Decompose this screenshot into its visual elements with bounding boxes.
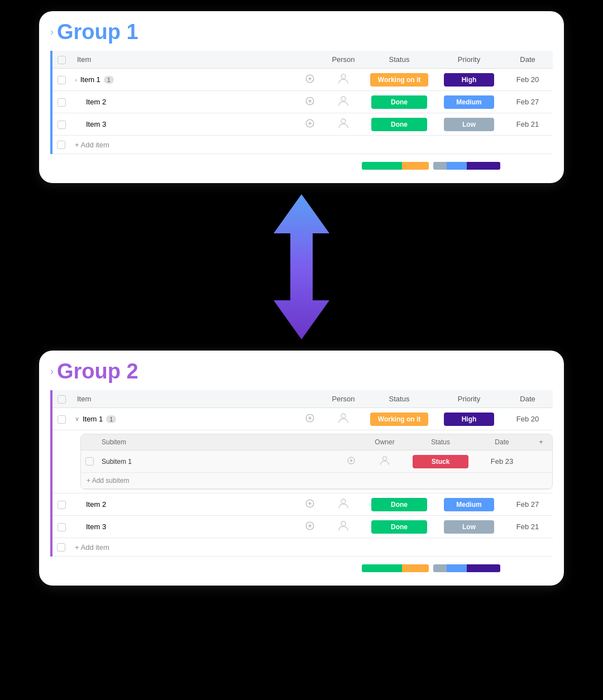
row-checkbox[interactable] <box>58 523 66 531</box>
status-cell[interactable]: Done <box>363 91 436 113</box>
row-checkbox[interactable] <box>58 76 66 84</box>
chevron-down-icon[interactable]: ∨ <box>75 415 79 423</box>
subitem-person-icon <box>379 454 391 467</box>
group2-header-checkbox <box>52 390 70 408</box>
status-badge[interactable]: Done <box>371 95 427 109</box>
subitem-comment-cell[interactable] <box>340 450 362 473</box>
item-name: Item 1 <box>83 415 103 423</box>
table-row[interactable]: Item 2 Done Medium Feb 27 <box>52 91 553 113</box>
person-cell[interactable] <box>324 493 363 516</box>
date-text: Feb 27 <box>516 500 539 509</box>
row-checkbox-cell <box>52 408 70 430</box>
group1-header-checkbox <box>52 51 70 69</box>
add-item-select-checkbox[interactable] <box>57 141 65 149</box>
person-cell[interactable] <box>324 408 363 430</box>
status-badge[interactable]: Done <box>371 520 427 534</box>
add-item-label[interactable]: + Add item <box>70 538 553 557</box>
group1-header-date: Date <box>502 51 553 69</box>
date-cell: Feb 20 <box>502 408 553 430</box>
add-comment-icon <box>305 521 315 531</box>
status-cell[interactable]: Working on it <box>363 69 436 91</box>
status-badge[interactable]: Done <box>371 498 427 511</box>
status-badge[interactable]: Working on it <box>370 413 428 426</box>
person-icon <box>337 117 350 130</box>
priority-badge[interactable]: Medium <box>444 498 494 511</box>
status-badge[interactable]: Done <box>371 118 427 131</box>
subitem-comment-icon <box>347 456 356 465</box>
add-item-row[interactable]: + Add item <box>52 136 553 154</box>
table-row[interactable]: Item 3 Done Low Feb 21 <box>52 516 553 538</box>
svg-marker-13 <box>274 267 329 339</box>
priority-cell[interactable]: Low <box>436 113 502 136</box>
subitem-data-row[interactable]: Subitem 1 <box>81 450 552 473</box>
item-name-cell: › Item 1 1 <box>70 69 296 91</box>
group1-header-status: Status <box>363 51 436 69</box>
table-row[interactable]: › Item 1 1 Working on it High Feb 20 <box>52 69 553 91</box>
group2-card: › Group 2 Item Person Status Priority Da… <box>39 351 564 586</box>
priority-badge[interactable]: High <box>444 73 494 87</box>
date-text: Feb 21 <box>516 522 539 531</box>
comment-cell[interactable] <box>296 69 324 91</box>
subitem-checkbox[interactable] <box>85 457 94 466</box>
row-checkbox[interactable] <box>58 121 66 129</box>
priority-cell[interactable]: High <box>436 408 502 430</box>
date-text: Feb 27 <box>516 98 539 106</box>
priority-cell[interactable]: Medium <box>436 91 502 113</box>
group1-card: › Group 1 Item Person Status Priority Da… <box>39 11 564 183</box>
row-checkbox[interactable] <box>58 98 66 107</box>
group2-select-all-checkbox[interactable] <box>58 395 66 404</box>
table-row[interactable]: ∨ Item 1 1 Working on it High Feb 20 <box>52 408 553 430</box>
group2-chevron[interactable]: › <box>50 366 54 377</box>
comment-cell[interactable] <box>296 516 324 538</box>
priority-cell[interactable]: Medium <box>436 493 502 516</box>
group2-table: Item Person Status Priority Date ∨ Item … <box>52 390 553 557</box>
row-checkbox-cell <box>52 113 70 136</box>
add-subitem-row[interactable]: + Add subitem <box>81 473 552 489</box>
chevron-right-icon[interactable]: › <box>75 76 77 83</box>
status-cell[interactable]: Done <box>363 516 436 538</box>
add-item-row[interactable]: + Add item <box>52 538 553 557</box>
priority-cell[interactable]: Low <box>436 516 502 538</box>
comment-cell[interactable] <box>296 91 324 113</box>
subitem-owner-cell[interactable] <box>362 450 407 473</box>
status-cell[interactable]: Done <box>363 493 436 516</box>
subitem-header-add[interactable]: + <box>530 434 552 450</box>
table-row[interactable]: Item 2 Done Medium Feb 27 <box>52 493 553 516</box>
item-name: Item 3 <box>86 120 106 128</box>
svg-point-11 <box>341 119 346 123</box>
person-cell[interactable] <box>324 113 363 136</box>
item-name: Item 3 <box>86 522 106 531</box>
status-badge[interactable]: Working on it <box>370 73 428 87</box>
svg-marker-12 <box>274 194 329 267</box>
row-checkbox[interactable] <box>58 501 66 509</box>
person-cell[interactable] <box>324 91 363 113</box>
group1-select-all-checkbox[interactable] <box>58 56 66 64</box>
person-cell[interactable] <box>324 516 363 538</box>
add-item-label[interactable]: + Add item <box>70 136 553 154</box>
add-item-checkbox <box>52 538 70 557</box>
double-arrow-icon <box>257 189 346 345</box>
group2-header-person: Person <box>324 390 363 408</box>
priority-cell[interactable]: High <box>436 69 502 91</box>
table-row[interactable]: Item 3 Done Low Feb 21 <box>52 113 553 136</box>
priority-badge[interactable]: Low <box>444 118 494 131</box>
priority-badge[interactable]: Low <box>444 520 494 534</box>
svg-point-3 <box>341 74 346 79</box>
priority-badge[interactable]: Medium <box>444 95 494 109</box>
date-cell: Feb 27 <box>502 493 553 516</box>
status-cell[interactable]: Working on it <box>363 408 436 430</box>
comment-cell[interactable] <box>296 493 324 516</box>
person-cell[interactable] <box>324 69 363 91</box>
row-checkbox[interactable] <box>58 415 66 424</box>
group1-chevron[interactable]: › <box>50 26 54 38</box>
comment-cell[interactable] <box>296 408 324 430</box>
add-subitem-cell[interactable]: + Add subitem <box>81 473 552 489</box>
priority-badge[interactable]: High <box>444 413 494 426</box>
status-cell[interactable]: Done <box>363 113 436 136</box>
subitem-status-cell[interactable]: Stuck <box>407 450 474 473</box>
comment-cell[interactable] <box>296 113 324 136</box>
svg-point-21 <box>382 457 386 461</box>
date-cell: Feb 27 <box>502 91 553 113</box>
add-item-select-checkbox[interactable] <box>57 543 65 552</box>
subitem-status-badge[interactable]: Stuck <box>413 455 468 468</box>
